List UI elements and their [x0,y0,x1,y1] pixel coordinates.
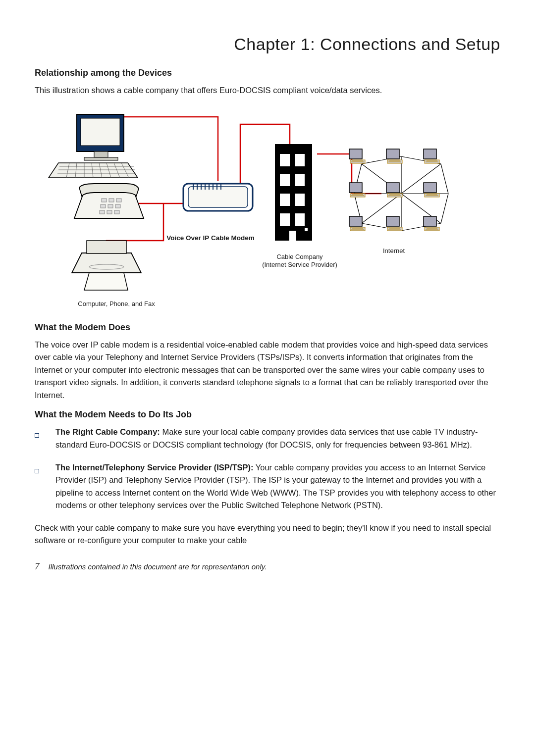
svg-rect-19 [116,199,121,202]
svg-rect-67 [386,149,399,159]
printer-icon [72,241,141,290]
svg-rect-45 [280,194,290,206]
section-heading-relationship: Relationship among the Devices [35,68,500,78]
svg-rect-18 [109,199,114,202]
section-heading-modem-does: What the Modem Does [35,322,500,333]
svg-rect-22 [115,204,120,208]
svg-rect-41 [280,154,290,166]
svg-rect-1 [81,118,120,146]
chapter-title: Chapter 1: Connections and Setup [35,35,500,54]
internet-grid-icon [349,149,448,231]
caption-modem: Voice Over IP Cable Modem [154,234,268,242]
svg-rect-23 [100,210,105,214]
section2-body: The voice over IP cable modem is a resid… [35,339,500,402]
list-item-lead: The Right Cable Company: [55,427,160,436]
network-diagram: Computer, Phone, and Fax Voice Over IP C… [40,109,495,307]
list-item-lead: The Internet/Telephony Service Provider … [55,463,253,472]
caption-isp: Cable Company (Internet Service Provider… [245,253,354,270]
svg-rect-2 [94,151,108,157]
svg-rect-63 [349,149,362,159]
svg-line-61 [441,164,448,194]
svg-rect-83 [424,183,436,193]
svg-rect-27 [87,241,126,253]
svg-rect-25 [114,210,119,214]
svg-rect-87 [349,216,362,226]
svg-rect-50 [305,228,308,231]
svg-rect-46 [295,194,305,206]
caption-isp-line2: (Internet Service Provider) [262,261,337,268]
svg-rect-20 [101,204,106,208]
building-icon [275,144,312,241]
section3-followup: Check with your cable company to make su… [35,522,500,547]
svg-rect-31 [188,187,248,207]
list-item: The Right Cable Company: Make sure your … [35,426,500,451]
svg-marker-4 [49,163,138,178]
caption-isp-line1: Cable Company [276,253,322,260]
svg-rect-44 [295,174,305,186]
page-number: 7 [35,561,40,572]
svg-marker-28 [84,273,128,290]
svg-rect-42 [295,154,305,166]
phone-icon [74,184,144,218]
svg-marker-26 [72,253,141,273]
footer-note: Illustrations contained in this document… [49,562,267,571]
list-item-content: The Internet/Telephony Service Provider … [55,461,500,512]
svg-rect-75 [349,183,362,193]
svg-rect-49 [289,231,296,241]
modem-icon [183,184,253,211]
svg-rect-21 [108,204,113,208]
section-heading-modem-needs: What the Modem Needs to Do Its Job [35,409,500,420]
page-footer: 7 Illustrations contained in this docume… [35,561,500,572]
requirements-list: The Right Cable Company: Make sure your … [35,426,500,511]
svg-rect-3 [84,157,118,160]
svg-rect-71 [424,149,436,159]
bullet-square-icon [35,461,55,512]
svg-rect-91 [386,216,399,226]
computer-icon [49,114,138,178]
section1-intro: This illustration shows a cable company … [35,84,500,97]
bullet-square-icon [35,426,55,451]
svg-rect-47 [280,213,290,226]
svg-rect-17 [102,199,107,202]
list-item: The Internet/Telephony Service Provider … [35,461,500,512]
svg-rect-79 [386,183,399,193]
svg-rect-24 [107,210,112,214]
caption-internet: Internet [364,247,424,254]
caption-devices: Computer, Phone, and Fax [67,300,166,307]
svg-rect-48 [295,213,305,226]
list-item-content: The Right Cable Company: Make sure your … [55,426,500,451]
diagram-svg [40,109,495,307]
svg-line-62 [441,194,448,223]
svg-rect-95 [424,216,436,226]
svg-rect-43 [280,174,290,186]
